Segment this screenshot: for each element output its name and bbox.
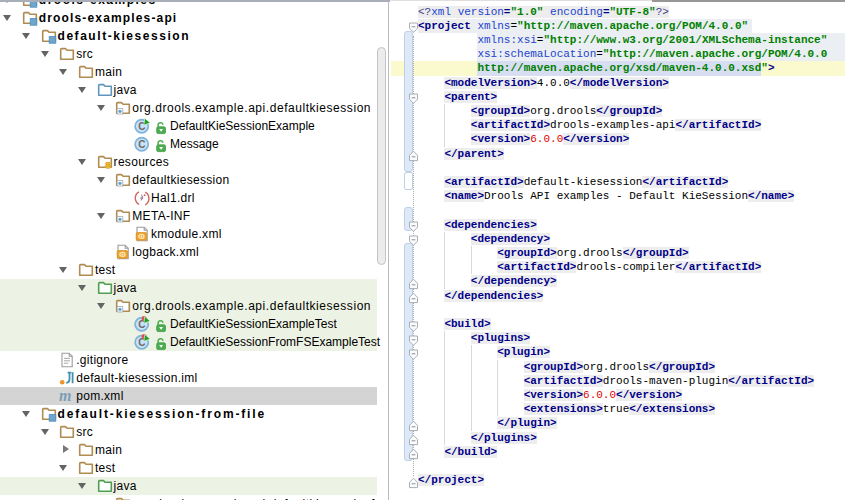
svg-text:m: m	[59, 388, 71, 404]
svg-text:C: C	[138, 139, 145, 150]
